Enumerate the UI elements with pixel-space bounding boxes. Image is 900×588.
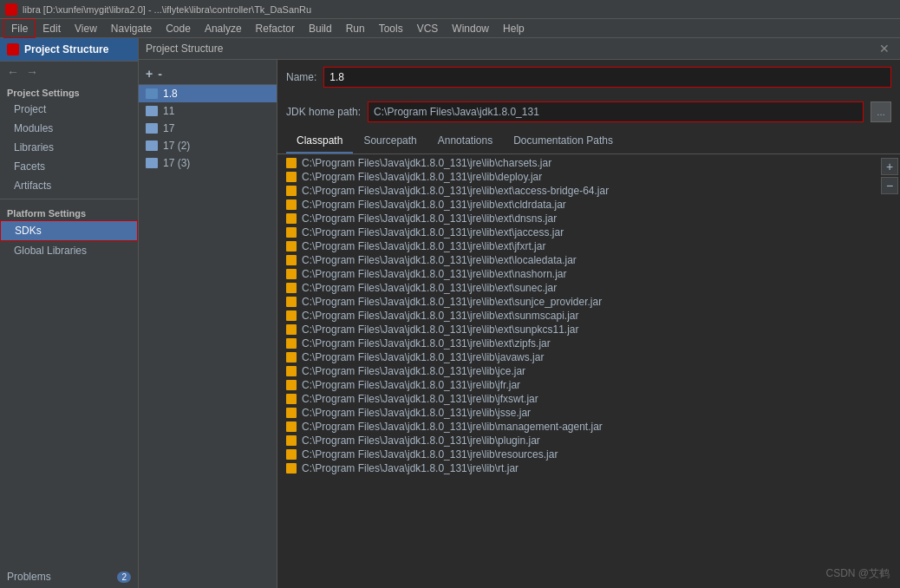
project-settings-label: Project Settings	[0, 82, 138, 100]
jar-file-icon	[286, 283, 297, 293]
list-item: C:\Program Files\Java\jdk1.8.0_131\jre\l…	[277, 281, 900, 295]
add-file-button[interactable]: +	[881, 158, 898, 175]
title-bar-text: libra [D:\xunfei\mygit\libra2.0] - ...\i…	[23, 4, 311, 15]
tab-sourcepath[interactable]: Sourcepath	[353, 129, 427, 154]
file-path-text: C:\Program Files\Java\jdk1.8.0_131\jre\l…	[302, 199, 566, 211]
sdk-folder-icon-17-3	[146, 158, 158, 168]
jar-file-icon	[286, 380, 297, 390]
jdk-path-row: JDK home path: …	[277, 95, 900, 129]
sdk-toolbar: + -	[139, 63, 277, 85]
menu-analyze[interactable]: Analyze	[198, 19, 249, 38]
nav-forward-button[interactable]: →	[24, 65, 40, 79]
sidebar-item-libraries[interactable]: Libraries	[0, 138, 138, 157]
close-button[interactable]: ✕	[876, 42, 893, 56]
list-item: C:\Program Files\Java\jdk1.8.0_131\jre\l…	[277, 253, 900, 267]
list-item: C:\Program Files\Java\jdk1.8.0_131\jre\l…	[277, 309, 900, 323]
list-item: C:\Program Files\Java\jdk1.8.0_131\jre\l…	[277, 448, 900, 461]
sdk-item-1-8[interactable]: 1.8	[139, 85, 277, 102]
sidebar-item-modules[interactable]: Modules	[0, 119, 138, 138]
jar-file-icon	[286, 269, 297, 279]
sdk-folder-icon-17	[146, 123, 158, 134]
sdk-item-17-3[interactable]: 17 (3)	[139, 154, 277, 172]
menu-navigate[interactable]: Navigate	[104, 19, 159, 38]
name-input[interactable]	[323, 67, 891, 88]
list-item: C:\Program Files\Java\jdk1.8.0_131\jre\l…	[277, 350, 900, 364]
list-item: C:\Program Files\Java\jdk1.8.0_131\jre\l…	[277, 170, 900, 184]
problems-label: Problems	[7, 571, 51, 583]
menu-view[interactable]: View	[68, 19, 104, 38]
sidebar-item-sdks[interactable]: SDKs	[0, 220, 138, 241]
list-item: C:\Program Files\Java\jdk1.8.0_131\jre\l…	[277, 184, 900, 198]
sdk-item-17[interactable]: 17	[139, 120, 277, 137]
jar-file-icon	[286, 227, 297, 238]
sidebar-item-artifacts[interactable]: Artifacts	[0, 176, 138, 195]
menu-bar: File Edit View Navigate Code Analyze Ref…	[0, 19, 900, 38]
file-path-text: C:\Program Files\Java\jdk1.8.0_131\jre\l…	[302, 185, 609, 197]
list-item: C:\Program Files\Java\jdk1.8.0_131\jre\l…	[277, 420, 900, 434]
file-path-text: C:\Program Files\Java\jdk1.8.0_131\jre\l…	[302, 337, 551, 350]
file-path-text: C:\Program Files\Java\jdk1.8.0_131\jre\l…	[302, 351, 544, 363]
file-path-text: C:\Program Files\Java\jdk1.8.0_131\jre\l…	[302, 282, 557, 294]
file-path-text: C:\Program Files\Java\jdk1.8.0_131\jre\l…	[302, 462, 518, 474]
menu-code[interactable]: Code	[159, 19, 198, 38]
jar-file-icon	[286, 435, 297, 446]
remove-sdk-button[interactable]: -	[158, 67, 162, 81]
jar-file-icon	[286, 463, 297, 474]
tab-annotations[interactable]: Annotations	[427, 129, 503, 154]
menu-build[interactable]: Build	[302, 19, 339, 38]
nav-back-button[interactable]: ←	[5, 65, 21, 79]
list-item: C:\Program Files\Java\jdk1.8.0_131\jre\l…	[277, 156, 900, 170]
sdk-item-17-2[interactable]: 17 (2)	[139, 137, 277, 154]
file-path-text: C:\Program Files\Java\jdk1.8.0_131\jre\l…	[302, 310, 578, 322]
name-label: Name:	[286, 71, 316, 83]
menu-edit[interactable]: Edit	[36, 19, 68, 38]
problems-badge: 2	[117, 572, 131, 583]
sdk-folder-icon-1-8	[146, 88, 158, 99]
sidebar-item-project[interactable]: Project	[0, 100, 138, 119]
tab-documentation-paths[interactable]: Documentation Paths	[503, 129, 623, 154]
sdk-label-17-2: 17 (2)	[163, 140, 190, 152]
menu-run[interactable]: Run	[339, 19, 372, 38]
file-path-text: C:\Program Files\Java\jdk1.8.0_131\jre\l…	[302, 379, 520, 391]
main-container: Project Structure ← → Project Settings P…	[0, 38, 900, 588]
add-sdk-button[interactable]: +	[146, 67, 153, 81]
file-list: C:\Program Files\Java\jdk1.8.0_131\jre\l…	[277, 154, 900, 588]
side-buttons: + −	[879, 154, 900, 198]
file-path-text: C:\Program Files\Java\jdk1.8.0_131\jre\l…	[302, 212, 557, 225]
menu-vcs[interactable]: VCS	[410, 19, 446, 38]
sdk-list-panel: + - 1.8 11 17 17 (2)	[139, 60, 277, 588]
list-item: C:\Program Files\Java\jdk1.8.0_131\jre\l…	[277, 378, 900, 392]
browse-icon: …	[877, 108, 885, 117]
browse-button[interactable]: …	[871, 101, 891, 122]
list-item: C:\Program Files\Java\jdk1.8.0_131\jre\l…	[277, 434, 900, 448]
sdk-item-11[interactable]: 11	[139, 102, 277, 120]
watermark: CSDN @艾鹤	[825, 566, 890, 581]
jar-file-icon	[286, 241, 297, 252]
tabs-bar: Classpath Sourcepath Annotations Documen…	[277, 129, 900, 154]
menu-file[interactable]: File	[3, 19, 36, 38]
sdk-folder-icon-17-2	[146, 140, 158, 151]
sidebar: Project Structure ← → Project Settings P…	[0, 38, 139, 588]
sidebar-item-global-libraries[interactable]: Global Libraries	[0, 241, 138, 260]
menu-help[interactable]: Help	[496, 19, 532, 38]
remove-file-button[interactable]: −	[881, 177, 898, 194]
tab-classpath[interactable]: Classpath	[286, 129, 353, 154]
problems-section[interactable]: Problems 2	[0, 565, 138, 588]
jdk-path-input[interactable]	[368, 101, 864, 122]
menu-tools[interactable]: Tools	[372, 19, 410, 38]
sdk-label-17-3: 17 (3)	[163, 157, 190, 169]
file-path-text: C:\Program Files\Java\jdk1.8.0_131\jre\l…	[302, 434, 540, 447]
menu-window[interactable]: Window	[445, 19, 496, 38]
list-item: C:\Program Files\Java\jdk1.8.0_131\jre\l…	[277, 212, 900, 225]
list-item: C:\Program Files\Java\jdk1.8.0_131\jre\l…	[277, 392, 900, 406]
jar-file-icon	[286, 297, 297, 307]
jar-file-icon	[286, 172, 297, 182]
menu-refactor[interactable]: Refactor	[249, 19, 302, 38]
list-item: C:\Program Files\Java\jdk1.8.0_131\jre\l…	[277, 406, 900, 420]
jar-file-icon	[286, 310, 297, 321]
sidebar-item-facets[interactable]: Facets	[0, 157, 138, 176]
sdk-label-1-8: 1.8	[163, 88, 178, 100]
title-bar: libra [D:\xunfei\mygit\libra2.0] - ...\i…	[0, 0, 900, 19]
project-structure-icon	[7, 43, 19, 56]
jar-file-icon	[286, 199, 297, 210]
